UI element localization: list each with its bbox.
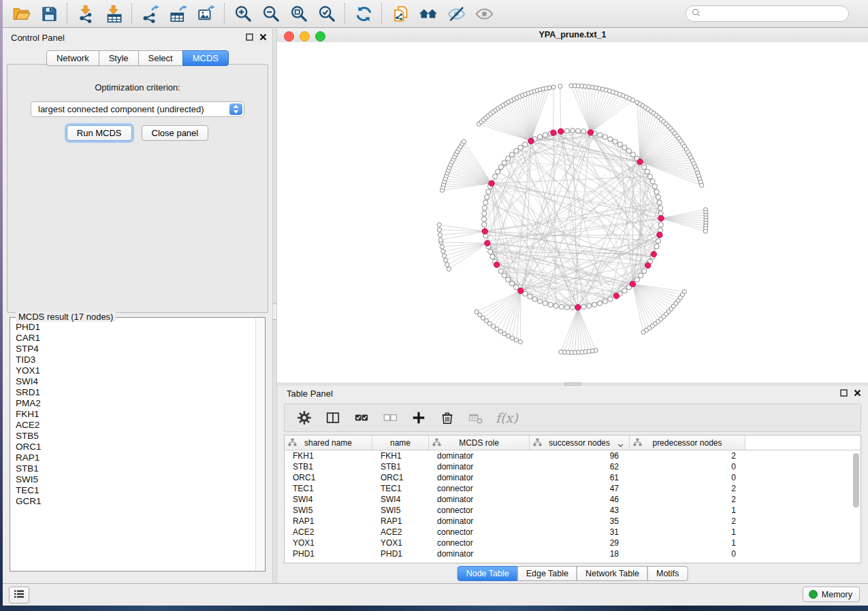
zoom-out-icon[interactable] [259, 3, 283, 24]
table-cell-filler [745, 461, 861, 472]
column-header-predecessor-nodes[interactable]: predecessor nodes [630, 435, 745, 450]
save-icon[interactable] [37, 3, 61, 24]
task-history-button[interactable] [9, 587, 29, 604]
hide-selected-icon[interactable] [445, 3, 468, 24]
criterion-dropdown[interactable]: largest connected component (undirected) [31, 101, 244, 117]
table-cell: YOX1 [285, 538, 372, 548]
table-cell: PHD1 [285, 548, 372, 559]
toolbar-separator [131, 3, 133, 24]
table-row[interactable]: ORC1ORC1dominator610 [285, 472, 861, 483]
table-cell: dominator [429, 472, 530, 483]
add-column-icon[interactable] [410, 409, 428, 427]
function-builder-icon: f(x) [496, 409, 518, 427]
table-row[interactable]: RAP1RAP1dominator352 [285, 516, 861, 527]
table-row[interactable]: ACE2ACE2connector311 [285, 527, 861, 538]
export-network-icon[interactable] [139, 3, 162, 24]
zoom-selected-icon[interactable] [315, 3, 338, 24]
table-cell: SWI5 [372, 505, 429, 516]
minimize-window-icon[interactable] [300, 31, 310, 42]
delete-column-icon[interactable] [438, 409, 456, 427]
close-window-icon[interactable] [284, 31, 294, 42]
table-cell: connector [429, 527, 530, 538]
table-cell-filler [745, 516, 861, 527]
mcds-result-item: PHD1 [16, 322, 255, 333]
import-network-icon[interactable] [74, 3, 97, 24]
tab-network[interactable]: Network [46, 50, 99, 66]
table-row[interactable]: STB1STB1dominator620 [285, 461, 861, 472]
mcds-result-item: PMA2 [16, 398, 255, 409]
table-cell: 0 [630, 461, 745, 472]
table-cell: 1 [630, 527, 745, 538]
table-cell: SWI5 [285, 505, 372, 516]
settings-icon[interactable] [295, 409, 313, 427]
function-builder-label: f(x) [496, 410, 518, 425]
table-scrollbar[interactable] [853, 453, 859, 508]
float-panel-icon[interactable] [245, 33, 253, 41]
column-header-shared-name[interactable]: shared name [285, 435, 372, 450]
column-header-filler [745, 435, 861, 450]
column-label: name [390, 438, 411, 448]
import-table-icon[interactable] [102, 3, 125, 24]
mcds-result-item: GCR1 [16, 496, 255, 507]
close-table-panel-icon[interactable] [853, 389, 861, 397]
table-cell: 0 [630, 548, 745, 559]
maximize-window-icon[interactable] [315, 31, 325, 42]
table-cell-filler [745, 538, 861, 548]
tab-select[interactable]: Select [138, 50, 183, 66]
table-row[interactable]: SWI4SWI4dominator462 [285, 494, 861, 505]
table-panel: Table Panel f(x) shared namenameMCDS rol… [277, 386, 868, 584]
table-row[interactable]: PHD1PHD1dominator180 [285, 548, 861, 559]
table-cell: connector [429, 505, 530, 516]
close-panel-icon[interactable] [259, 33, 267, 41]
cytoscape-window: Control Panel NetworkStyleSelectMCDS Opt… [3, 0, 868, 606]
table-cell: ORC1 [285, 472, 372, 483]
float-table-panel-icon[interactable] [839, 389, 848, 397]
tab-motifs[interactable]: Motifs [647, 566, 688, 581]
table-cell: dominator [429, 461, 530, 472]
zoom-fit-icon[interactable] [287, 3, 310, 24]
table-cell: 47 [530, 483, 630, 494]
table-row[interactable]: FKH1FKH1dominator962 [285, 450, 861, 461]
table-panel-tabs: Node TableEdge TableNetwork TableMotifs [457, 566, 688, 581]
show-all-icon[interactable] [472, 3, 496, 24]
first-neighbors-icon[interactable] [417, 3, 440, 24]
table-cell: dominator [429, 494, 530, 505]
table-cell: FKH1 [372, 450, 429, 461]
run-mcds-button[interactable]: Run MCDS [67, 125, 132, 141]
table-cell: RAP1 [285, 516, 372, 527]
mcds-result-item: YOX1 [16, 365, 255, 376]
select-all-icon[interactable] [353, 409, 370, 427]
control-panel-tabs: NetworkStyleSelectMCDS [3, 50, 272, 66]
deselect-all-icon[interactable] [381, 409, 399, 427]
tab-network-table[interactable]: Network Table [577, 566, 648, 581]
export-table-icon[interactable] [167, 3, 190, 24]
vertical-splitter-handle[interactable] [273, 303, 276, 320]
mcds-result-title: MCDS result (17 nodes) [16, 312, 116, 322]
tab-style[interactable]: Style [99, 50, 139, 66]
search-input[interactable] [701, 9, 848, 18]
mcds-result-item: SWI5 [16, 474, 255, 485]
clone-network-icon[interactable] [389, 3, 412, 24]
tab-mcds[interactable]: MCDS [182, 50, 229, 66]
mcds-result-list[interactable]: PHD1CAR1STP4TID3YOX1SWI4SRD1PMA2FKH1ACE2… [16, 322, 255, 569]
open-icon[interactable] [10, 3, 33, 24]
export-image-icon[interactable] [195, 3, 218, 24]
mcds-tab-content: Optimization criterion: largest connecte… [7, 64, 268, 313]
result-scrollbar[interactable] [255, 318, 264, 570]
zoom-in-icon[interactable] [231, 3, 255, 24]
table-row[interactable]: SWI5SWI5connector431 [285, 505, 861, 516]
column-header-mcds-role[interactable]: MCDS role [429, 435, 530, 450]
network-canvas[interactable] [277, 42, 868, 382]
vertical-splitter[interactable] [272, 29, 277, 584]
memory-button[interactable]: Memory [803, 587, 860, 602]
memory-label: Memory [822, 590, 852, 599]
table-row[interactable]: YOX1YOX1connector291 [285, 538, 861, 548]
tab-edge-table[interactable]: Edge Table [517, 566, 577, 581]
refresh-icon[interactable] [352, 3, 375, 24]
table-row[interactable]: TEC1TEC1connector472 [285, 483, 861, 494]
column-header-successor-nodes[interactable]: successor nodes [530, 435, 630, 450]
split-panel-icon[interactable] [324, 409, 342, 427]
close-panel-button[interactable]: Close panel [142, 125, 209, 141]
tab-node-table[interactable]: Node Table [457, 566, 518, 581]
column-header-name[interactable]: name [372, 435, 429, 450]
